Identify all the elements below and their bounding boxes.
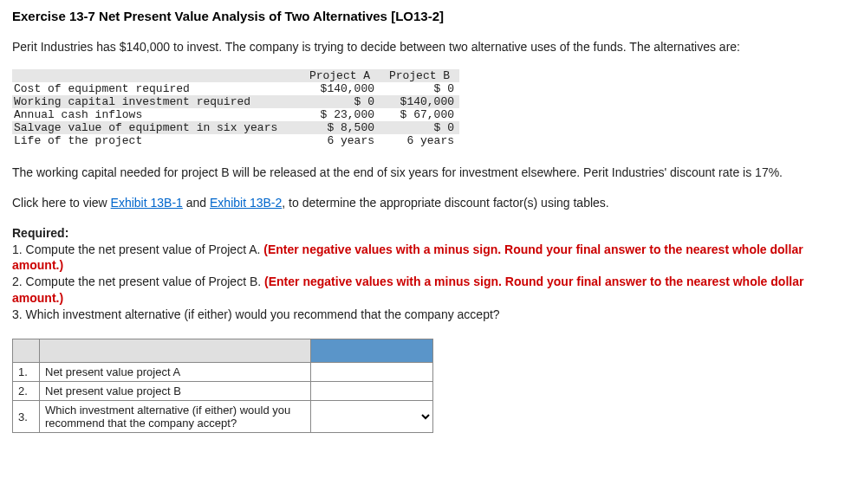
row-val-a: $ 8,500 [300,121,380,134]
row-label: Working capital investment required [12,95,300,108]
row-val-a: 6 years [300,134,380,147]
exhibit-link-1[interactable]: Exhibit 13B-1 [111,196,183,210]
intro-paragraph: Perit Industries has $140,000 to invest.… [12,39,833,55]
npv-project-b-input[interactable] [311,382,432,400]
req2-text: 2. Compute the net present value of Proj… [12,275,264,288]
row-label: Life of the project [12,134,300,147]
answer-row-1: 1. Net present value project A [13,363,433,382]
row-val-b: $ 0 [380,82,459,95]
page-title: Exercise 13-7 Net Present Value Analysis… [12,9,833,23]
click-suffix: , to determine the appropriate discount … [282,196,608,210]
row-label: Cost of equipment required [12,82,300,95]
required-block: Required: 1. Compute the net present val… [12,225,833,323]
row-val-a: $ 23,000 [300,108,380,121]
answer-row-2: 2. Net present value project B [13,382,433,401]
row-val-b: $ 67,000 [380,108,459,121]
required-label: Required: [12,226,68,240]
project-data-table: Project A Project B Cost of equipment re… [12,69,833,147]
answer-num: 1. [13,363,40,382]
col-header-a: Project A [300,69,380,82]
answer-num: 2. [13,382,40,401]
recommendation-select[interactable] [311,407,432,427]
answer-label: Which investment alternative (if either)… [40,401,311,433]
row-label: Salvage value of equipment in six years [12,121,300,134]
row-val-b: 6 years [380,134,459,147]
answer-row-3: 3. Which investment alternative (if eith… [13,401,433,433]
row-val-b: $ 0 [380,121,459,134]
click-prefix: Click here to view [12,196,111,210]
answer-header-row [13,339,433,363]
row-val-a: $ 0 [300,95,380,108]
row-val-b: $140,000 [380,95,459,108]
answer-label: Net present value project B [40,382,311,401]
exhibit-links-paragraph: Click here to view Exhibit 13B-1 and Exh… [12,195,833,211]
answer-num: 3. [13,401,40,433]
discount-paragraph: The working capital needed for project B… [12,165,833,181]
npv-project-a-input[interactable] [311,363,432,381]
req3-text: 3. Which investment alternative (if eith… [12,307,500,321]
row-val-a: $140,000 [300,82,380,95]
link-mid: and [183,196,210,210]
exhibit-link-2[interactable]: Exhibit 13B-2 [210,196,282,210]
req1-text: 1. Compute the net present value of Proj… [12,242,263,256]
answer-table: 1. Net present value project A 2. Net pr… [12,339,433,433]
row-label: Annual cash inflows [12,108,300,121]
answer-label: Net present value project A [40,363,311,382]
col-header-b: Project B [380,69,459,82]
